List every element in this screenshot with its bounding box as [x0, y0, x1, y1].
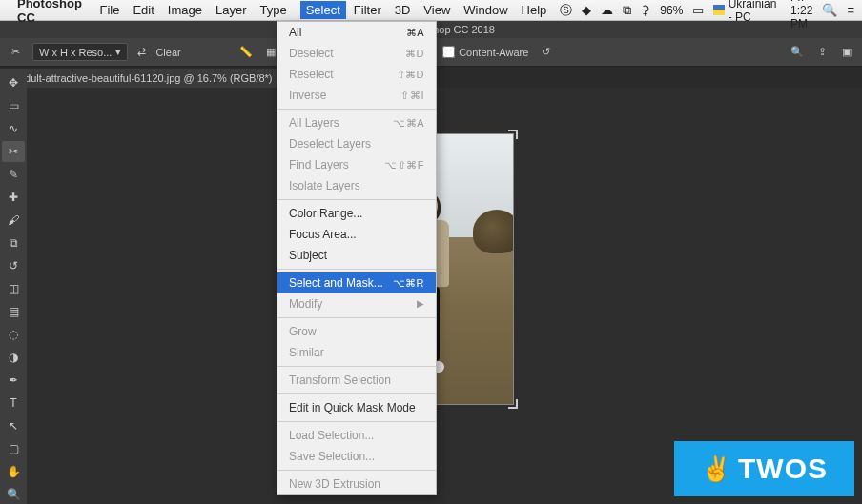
menu-window[interactable]: Window [463, 3, 507, 17]
path-select-tool[interactable]: ↖ [2, 415, 25, 436]
menu-item-label: Similar [289, 345, 324, 360]
tools-panel: ✥ ▭ ∿ ✂ ✎ ✚ 🖌 ⧉ ↺ ◫ ▤ ◌ ◑ ✒ T ↖ ▢ ✋ 🔍 [0, 69, 27, 504]
menu-item-subject[interactable]: Subject [277, 245, 436, 266]
crop-handle-br[interactable] [508, 399, 518, 409]
menu-item-label: Inverse [289, 88, 326, 103]
menu-edit[interactable]: Edit [133, 3, 154, 17]
eyedropper-tool[interactable]: ✎ [2, 164, 25, 185]
menu-item-label: Isolate Layers [289, 178, 360, 193]
menu-item-label: Load Selection... [289, 428, 374, 443]
diamond-icon[interactable]: ◆ [582, 3, 591, 17]
menu-item-label: Edit in Quick Mask Mode [289, 400, 416, 415]
menu-item-shortcut: ⇧⌘D [397, 67, 424, 82]
menu-item-label: Select and Mask... [289, 275, 383, 291]
zoom-tool[interactable]: 🔍 [2, 484, 25, 504]
menu-item-grow: Grow [277, 321, 436, 342]
menu-item-label: Focus Area... [289, 227, 357, 242]
menu-item-color-range[interactable]: Color Range... [277, 203, 436, 224]
menu-item-inverse: Inverse⇧⌘I [277, 85, 436, 106]
menu-item-focus-area[interactable]: Focus Area... [277, 224, 436, 245]
menu-3d[interactable]: 3D [395, 3, 411, 17]
menu-item-label: Subject [289, 248, 327, 263]
menu-item-label: Transform Selection [289, 373, 391, 388]
move-tool[interactable]: ✥ [2, 72, 25, 93]
menu-layer[interactable]: Layer [216, 3, 247, 17]
select-menu-dropdown: All⌘ADeselect⌘DReselect⇧⌘DInverse⇧⌘IAll … [277, 21, 437, 495]
menu-item-modify: Modify▶ [277, 293, 436, 314]
wifi-icon[interactable]: ⚳ [641, 3, 650, 17]
menu-view[interactable]: View [423, 3, 450, 17]
dodge-tool[interactable]: ◑ [2, 347, 25, 368]
clone-stamp-tool[interactable]: ⧉ [2, 232, 25, 253]
watermark-badge: ✌ TWOS [674, 441, 854, 496]
share-icon[interactable]: ⇪ [814, 45, 830, 60]
input-source[interactable]: Ukrainian - PC [713, 0, 781, 24]
content-aware-checkbox[interactable]: Content-Aware [442, 46, 528, 58]
blur-tool[interactable]: ◌ [2, 324, 25, 345]
menu-item-label: Deselect [289, 46, 334, 61]
menu-item-label: New 3D Extrusion [289, 476, 380, 492]
battery-icon[interactable]: ▭ [692, 3, 704, 17]
menu-item-label: Reselect [289, 67, 334, 82]
crop-ratio-select[interactable]: W x H x Reso... ▾ [32, 43, 128, 61]
menu-help[interactable]: Help [522, 3, 547, 17]
reset-crop-icon[interactable]: ↺ [538, 45, 553, 60]
menu-item-new-3d-extrusion: New 3D Extrusion [277, 474, 436, 494]
lasso-tool[interactable]: ∿ [2, 118, 25, 139]
menu-extras-icon[interactable]: ≡ [847, 3, 854, 17]
macos-menubar: Photoshop CC File Edit Image Layer Type … [0, 0, 862, 21]
eraser-tool[interactable]: ◫ [2, 278, 25, 299]
marquee-tool[interactable]: ▭ [2, 95, 25, 116]
clear-button[interactable]: Clear [155, 47, 180, 58]
search-icon[interactable]: 🔍 [790, 45, 805, 60]
shape-tool[interactable]: ▢ [2, 438, 25, 459]
gradient-tool[interactable]: ▤ [2, 301, 25, 322]
workspace-icon[interactable]: ▣ [839, 45, 854, 60]
peace-hand-icon: ✌ [701, 454, 732, 484]
menu-type[interactable]: Type [260, 3, 287, 17]
menu-item-save-selection: Save Selection... [277, 446, 436, 467]
swap-icon[interactable]: ⇄ [137, 46, 146, 58]
submenu-arrow-icon: ▶ [417, 296, 424, 312]
menu-item-label: Grow [289, 324, 317, 339]
menu-item-label: Deselect Layers [289, 136, 371, 151]
document-tab[interactable]: adult-attractive-beautiful-61120.jpg @ 1… [10, 69, 294, 88]
cloud-icon[interactable]: ☁ [601, 3, 613, 17]
battery-percent[interactable]: 96% [660, 4, 683, 17]
menu-item-shortcut: ⌘D [405, 46, 424, 61]
straighten-icon[interactable]: 📏 [238, 45, 254, 60]
menu-item-shortcut: ⌥⌘A [393, 115, 424, 131]
history-brush-tool[interactable]: ↺ [2, 255, 25, 276]
content-aware-input[interactable] [442, 46, 455, 58]
pen-tool[interactable]: ✒ [2, 370, 25, 391]
menu-item-deselect: Deselect⌘D [277, 43, 436, 64]
healing-brush-tool[interactable]: ✚ [2, 187, 25, 208]
menu-file[interactable]: File [99, 3, 119, 17]
menu-item-load-selection: Load Selection... [277, 425, 436, 446]
menu-item-isolate-layers: Isolate Layers [277, 175, 436, 196]
chevron-down-icon: ▾ [115, 46, 121, 58]
menu-item-shortcut: ⇧⌘I [400, 88, 424, 103]
hand-tool[interactable]: ✋ [2, 461, 25, 482]
menubar-status-area: Ⓢ ◆ ☁ ⧉ ⚳ 96% ▭ Ukrainian - PC Fri 1:22 … [560, 0, 854, 30]
skype-icon[interactable]: Ⓢ [560, 2, 572, 19]
crop-tool-icon[interactable]: ✂ [8, 45, 23, 60]
dropbox-icon[interactable]: ⧉ [623, 3, 631, 18]
type-tool[interactable]: T [2, 393, 25, 413]
clock[interactable]: Fri 1:22 PM [790, 0, 812, 30]
crop-handle-tr[interactable] [508, 130, 518, 139]
menu-select[interactable]: Select [300, 1, 346, 19]
menu-item-label: Save Selection... [289, 449, 375, 464]
brush-tool[interactable]: 🖌 [2, 210, 25, 231]
menu-item-label: All [289, 25, 301, 40]
app-name[interactable]: Photoshop CC [17, 0, 86, 25]
menu-filter[interactable]: Filter [354, 3, 381, 17]
menu-item-shortcut: ⌥⌘R [393, 275, 424, 291]
spotlight-icon[interactable]: 🔍 [822, 3, 837, 17]
crop-tool[interactable]: ✂ [2, 141, 25, 162]
menu-item-select-and-mask[interactable]: Select and Mask...⌥⌘R [277, 272, 436, 293]
menu-item-edit-in-quick-mask-mode[interactable]: Edit in Quick Mask Mode [277, 397, 436, 418]
menu-item-all[interactable]: All⌘A [277, 22, 436, 43]
menu-item-find-layers: Find Layers⌥⇧⌘F [277, 154, 436, 175]
menu-image[interactable]: Image [168, 3, 202, 17]
